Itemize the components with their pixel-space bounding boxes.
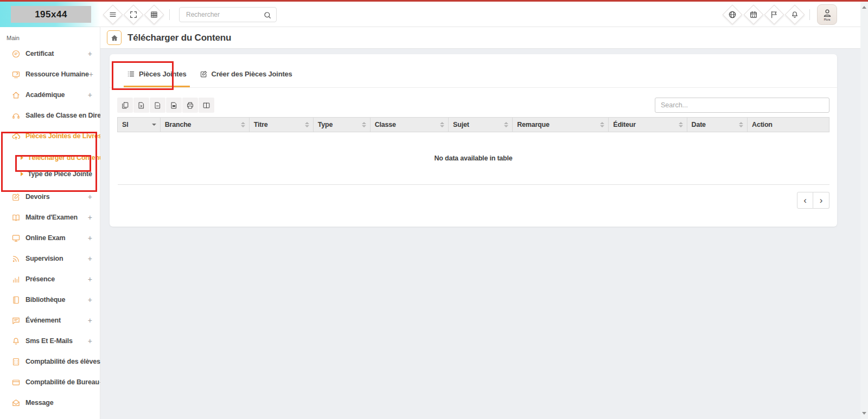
logo-background: 195x44: [0, 2, 100, 27]
main-content: Télécharger du Contenu Pièces Jointes Cr…: [100, 27, 860, 419]
export-csv-button[interactable]: [150, 98, 165, 113]
sidebar-item-sms-et-emails[interactable]: Sms Et E-Mails +: [0, 331, 100, 351]
calendar-icon: [749, 10, 758, 19]
page-title: Télécharger du Contenu: [127, 33, 231, 43]
pagination: ‹ ›: [797, 192, 829, 209]
edit-icon: [11, 192, 21, 202]
scroll-down-arrow[interactable]: [862, 412, 866, 415]
search-icon[interactable]: [263, 11, 272, 20]
export-pdf-button[interactable]: [166, 98, 182, 113]
list-icon: [127, 70, 135, 78]
sidebar-submenu: Télécharger du Contenu Type de Pièce Joi…: [0, 146, 100, 186]
sidebar-item-devoirs[interactable]: Devoirs +: [0, 186, 100, 207]
envelope-icon: [11, 398, 21, 408]
monitor-icon: [11, 234, 21, 243]
copy-icon: [121, 101, 129, 109]
sidebar-item-academique[interactable]: Académique +: [0, 85, 100, 105]
sidebar-item-bibliotheque[interactable]: Bibliothèque +: [0, 289, 100, 310]
tab-label: Créer des Pièces Jointes: [212, 70, 292, 78]
column-header-remarque[interactable]: Remarque: [513, 118, 609, 132]
expand-icon: +: [88, 295, 92, 304]
sidebar-toggle-button[interactable]: [103, 4, 123, 25]
sidebar-item-certificat[interactable]: Certificat +: [0, 43, 100, 64]
language-button[interactable]: [722, 4, 743, 25]
sort-icon: [600, 122, 604, 127]
sidebar-item-evenement[interactable]: Événement +: [0, 310, 100, 331]
pagination-prev-button[interactable]: ‹: [797, 192, 813, 209]
sidebar-item-label: Événement: [25, 317, 88, 324]
expand-icon: +: [89, 70, 93, 79]
table-toolbar: [110, 98, 837, 113]
column-header-type[interactable]: Type: [313, 118, 370, 132]
sidebar-item-maitre-d-examen[interactable]: Maître d'Examen +: [0, 207, 100, 228]
column-header-sujet[interactable]: Sujet: [449, 118, 513, 132]
top-header-bar: 195x44 Plura: [0, 2, 860, 27]
sidebar-item-label: Académique: [25, 91, 88, 99]
table-search-input[interactable]: [655, 98, 829, 113]
sidebar-item-label: Ressource Humaine: [25, 70, 89, 78]
sidebar-item-presence[interactable]: Présence +: [0, 269, 100, 289]
globe-icon: [728, 10, 737, 19]
column-visibility-button[interactable]: [199, 98, 214, 113]
column-header-titre[interactable]: Titre: [249, 118, 313, 132]
sidebar-item-pieces-jointes-de-livres[interactable]: Pièces Jointes de Livres −: [0, 126, 100, 146]
sidebar-item-label: Maître d'Examen: [25, 214, 88, 221]
sidebar-subitem-label: Type de Pièce Jointe: [28, 170, 92, 178]
csv-file-icon: [154, 101, 162, 109]
global-search-input[interactable]: [180, 8, 276, 22]
sidebar-item-label: Sms Et E-Mails: [25, 337, 88, 345]
sidebar-item-ressource-humaine[interactable]: Ressource Humaine +: [0, 64, 100, 85]
sidebar-item-label: Online Exam: [25, 234, 88, 242]
edit-icon: [200, 70, 208, 78]
flag-reports-button[interactable]: [764, 4, 784, 25]
header-divider: [809, 9, 810, 20]
pagination-next-button[interactable]: ›: [813, 192, 829, 209]
expand-icon: +: [88, 275, 92, 283]
caret-right-icon: [21, 156, 23, 160]
column-header-branche[interactable]: Branche: [160, 118, 249, 132]
sidebar-item-online-exam[interactable]: Online Exam +: [0, 228, 100, 248]
sidebar-item-comptabilite-de-bureau[interactable]: Comptabilité de Bureau +: [0, 372, 100, 392]
sidebar-item-comptabilite-des-eleves[interactable]: Comptabilité des élèves +: [0, 351, 100, 372]
rss-icon: [11, 254, 21, 263]
column-header-sl[interactable]: Sl: [118, 118, 161, 132]
sidebar-item-message[interactable]: Message: [0, 392, 100, 413]
sort-icon: [679, 122, 683, 127]
expand-icon: +: [88, 91, 92, 99]
home-icon: [11, 91, 21, 100]
global-search: [179, 7, 277, 22]
sidebar-nav: Main Certificat + Ressource Humaine + Ac…: [0, 27, 100, 419]
modules-grid-button[interactable]: [144, 4, 164, 25]
expand-icon: +: [88, 234, 92, 242]
cloud-upload-icon: [11, 132, 21, 141]
calculator-icon: [11, 357, 21, 366]
menu-icon: [108, 10, 117, 19]
export-excel-button[interactable]: [133, 98, 149, 113]
scroll-up-arrow[interactable]: [862, 6, 866, 9]
sort-icon: [739, 122, 743, 127]
tab-pieces-jointes[interactable]: Pièces Jointes: [120, 60, 193, 87]
export-copy-button[interactable]: [117, 98, 133, 113]
column-header-editeur[interactable]: Éditeur: [609, 118, 687, 132]
sidebar-item-supervision[interactable]: Supervision +: [0, 248, 100, 269]
sidebar-item-label: Comptabilité de Bureau: [25, 378, 99, 386]
sidebar-item-salles-de-classe[interactable]: Salles de Classe en Direct +: [0, 105, 100, 126]
app-logo[interactable]: 195x44: [11, 6, 91, 23]
column-header-classe[interactable]: Classe: [370, 118, 448, 132]
sidebar-subitem-telecharger-du-contenu[interactable]: Télécharger du Contenu: [0, 150, 100, 166]
home-button[interactable]: [107, 30, 122, 45]
hr-icon: [11, 70, 21, 79]
tab-creer-des-pieces-jointes[interactable]: Créer des Pièces Jointes: [193, 60, 299, 87]
calendar-button[interactable]: [743, 4, 764, 25]
notifications-button[interactable]: [784, 4, 805, 25]
table-row: No data available in table: [118, 132, 829, 185]
column-header-date[interactable]: Date: [687, 118, 748, 132]
certificate-icon: [11, 49, 21, 59]
user-avatar-button[interactable]: Plura: [817, 4, 837, 25]
tab-bar: Pièces Jointes Créer des Pièces Jointes: [110, 54, 837, 88]
sidebar-subitem-type-de-piece-jointe[interactable]: Type de Pièce Jointe: [0, 166, 100, 182]
page-scrollbar[interactable]: [860, 2, 868, 419]
print-button[interactable]: [182, 98, 198, 113]
book-icon: [11, 295, 21, 305]
fullscreen-button[interactable]: [123, 4, 144, 25]
